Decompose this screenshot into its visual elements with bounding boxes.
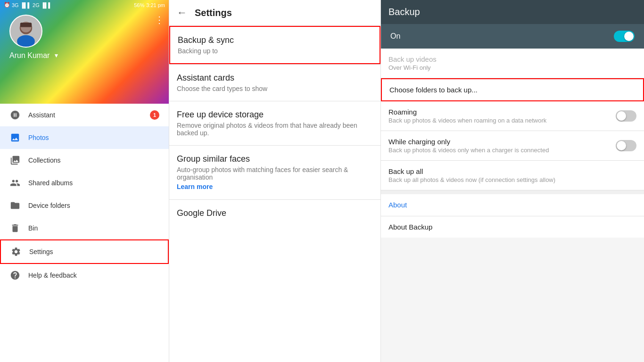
backup-all-subtitle: Back up all photos & videos now (if conn… <box>388 176 636 183</box>
assistant-cards-title: Assistant cards <box>177 73 373 83</box>
backup-videos-subtitle: Over Wi-Fi only <box>388 64 636 71</box>
help-icon <box>9 270 21 281</box>
google-drive-title: Google Drive <box>177 208 373 218</box>
roaming-subtitle: Back up photos & videos when roaming on … <box>388 117 616 124</box>
device-folders-icon <box>9 200 21 211</box>
assistant-icon <box>9 109 21 121</box>
settings-backup-sync[interactable]: Backup & sync Backing up to <box>169 26 380 64</box>
group-faces-title: Group similar faces <box>177 154 373 164</box>
backup-all-title: Back up all <box>388 167 636 175</box>
left-panel: ⏰ 3G ▐▌▌ 2G ▐▌▌ 56% 3:21 pm <box>0 0 169 362</box>
settings-group-faces[interactable]: Group similar faces Auto-group photos wi… <box>169 146 380 200</box>
settings-panel: ← Settings Backup & sync Backing up to A… <box>169 0 381 362</box>
about-label[interactable]: About <box>388 201 407 209</box>
while-charging-title: While charging only <box>388 138 616 146</box>
time-display: 3:21 pm <box>146 2 165 8</box>
photos-icon <box>9 132 21 143</box>
avatar <box>9 15 42 48</box>
battery-level: 56% <box>134 2 144 8</box>
status-bar: ⏰ 3G ▐▌▌ 2G ▐▌▌ 56% 3:21 pm <box>0 0 169 10</box>
sidebar-item-bin[interactable]: Bin <box>0 217 169 239</box>
sidebar-label-bin: Bin <box>28 224 38 232</box>
bin-icon <box>9 222 21 234</box>
settings-icon <box>10 246 22 257</box>
sidebar-label-help: Help & feedback <box>28 272 77 279</box>
while-charging-row: While charging only Back up photos & vid… <box>381 131 644 161</box>
backup-on-label: On <box>390 32 400 41</box>
collections-icon <box>9 155 21 166</box>
back-button[interactable]: ← <box>177 7 187 19</box>
about-backup-row[interactable]: About Backup <box>381 216 644 238</box>
backup-sync-title: Backup & sync <box>178 35 372 45</box>
about-section[interactable]: About <box>381 194 644 216</box>
svg-rect-4 <box>20 23 32 27</box>
sidebar-label-photos: Photos <box>28 134 49 141</box>
free-storage-title: Free up device storage <box>177 110 373 120</box>
sidebar-item-help[interactable]: Help & feedback <box>0 264 169 287</box>
sidebar-label-shared-albums: Shared albums <box>28 179 73 187</box>
backup-all-row[interactable]: Back up all Back up all photos & videos … <box>381 161 644 190</box>
sidebar-item-photos[interactable]: Photos <box>0 126 169 149</box>
sidebar: Assistant 1 Photos Collections Shared al… <box>0 104 169 362</box>
sidebar-item-collections[interactable]: Collections <box>0 149 169 172</box>
choose-folders-title: Choose folders to back up... <box>389 86 636 94</box>
user-name-row: Arun Kumar ▼ <box>9 51 59 60</box>
roaming-row: Roaming Back up photos & videos when roa… <box>381 101 644 131</box>
backup-videos-title: Back up videos <box>388 55 636 63</box>
sidebar-item-shared-albums[interactable]: Shared albums <box>0 172 169 194</box>
shared-albums-icon <box>9 177 21 189</box>
sidebar-label-settings: Settings <box>29 248 53 255</box>
profile-area: Arun Kumar ▼ <box>0 10 169 65</box>
while-charging-subtitle: Back up photos & videos only when a char… <box>388 147 616 154</box>
backup-videos-row: Back up videos Over Wi-Fi only <box>381 49 644 78</box>
three-dot-menu-button[interactable]: ⋮ <box>155 14 164 25</box>
settings-free-storage[interactable]: Free up device storage Remove original p… <box>169 101 380 146</box>
status-icons: ⏰ 3G ▐▌▌ 2G ▐▌▌ <box>4 2 52 8</box>
sidebar-label-collections: Collections <box>28 156 60 164</box>
learn-more-link[interactable]: Learn more <box>177 183 213 190</box>
sidebar-item-assistant[interactable]: Assistant 1 <box>0 104 169 126</box>
sidebar-item-device-folders[interactable]: Device folders <box>0 194 169 217</box>
dropdown-arrow-icon[interactable]: ▼ <box>53 52 59 59</box>
settings-header: ← Settings <box>169 0 380 26</box>
backup-title: Backup <box>388 7 420 17</box>
svg-point-2 <box>17 35 35 47</box>
settings-google-drive[interactable]: Google Drive <box>169 200 380 229</box>
assistant-badge: 1 <box>150 110 159 120</box>
sidebar-label-device-folders: Device folders <box>28 202 70 209</box>
choose-folders-row[interactable]: Choose folders to back up... <box>381 78 644 101</box>
free-storage-subtitle: Remove original photos & videos from tha… <box>177 122 373 137</box>
user-name: Arun Kumar <box>9 51 50 60</box>
sidebar-label-assistant: Assistant <box>28 111 55 119</box>
phone-background: ⏰ 3G ▐▌▌ 2G ▐▌▌ 56% 3:21 pm <box>0 0 169 104</box>
sidebar-item-settings[interactable]: Settings <box>0 239 169 264</box>
group-faces-subtitle: Auto-group photos with matching faces fo… <box>177 166 373 181</box>
settings-title: Settings <box>195 8 232 18</box>
backup-header: Backup <box>381 0 644 24</box>
roaming-title: Roaming <box>388 108 616 116</box>
roaming-toggle[interactable] <box>616 110 636 122</box>
about-backup-title: About Backup <box>388 223 636 231</box>
backup-on-row: On <box>381 24 644 49</box>
while-charging-toggle[interactable] <box>616 140 636 151</box>
backup-toggle[interactable] <box>614 31 635 42</box>
assistant-cards-subtitle: Choose the card types to show <box>177 85 373 92</box>
settings-assistant-cards[interactable]: Assistant cards Choose the card types to… <box>169 65 380 101</box>
backup-panel: Backup On Back up videos Over Wi-Fi only… <box>381 0 644 362</box>
backup-sync-subtitle: Backing up to <box>178 47 372 55</box>
section-divider <box>381 190 644 194</box>
